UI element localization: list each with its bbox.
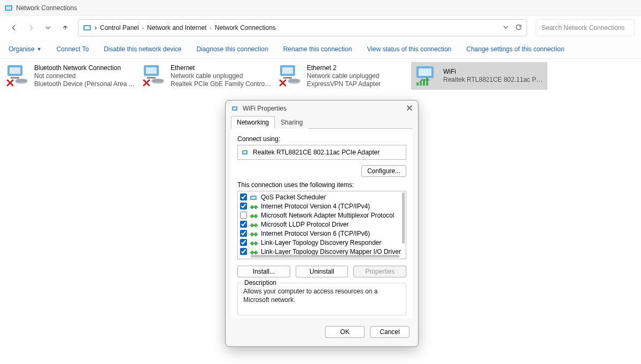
breadcrumb[interactable]: Control Panel › Network and Internet › N… xyxy=(100,24,276,32)
svg-rect-43 xyxy=(255,233,257,236)
tab-sharing[interactable]: Sharing xyxy=(275,116,308,129)
list-item[interactable]: Internet Protocol Version 6 (TCP/IPv6) xyxy=(240,229,404,238)
svg-rect-27 xyxy=(233,107,236,110)
chevron-right-icon: › xyxy=(141,25,145,31)
svg-rect-39 xyxy=(251,223,253,227)
chevron-right-icon: › xyxy=(95,24,97,32)
list-item[interactable]: Microsoft Network Adapter Multiplexor Pr… xyxy=(240,211,404,220)
chevron-down-icon[interactable] xyxy=(502,24,509,33)
item-checkbox[interactable] xyxy=(240,248,247,255)
svg-rect-23 xyxy=(420,81,422,86)
connection-item[interactable]: Ethernet 2Network cable unpluggedExpress… xyxy=(275,62,411,90)
forward-button[interactable] xyxy=(24,20,38,35)
connection-name: Bluetooth Network Connection xyxy=(34,64,134,72)
list-item[interactable]: Microsoft LLDP Protocol Driver xyxy=(240,220,404,229)
svg-rect-46 xyxy=(255,242,257,245)
list-item[interactable]: Link-Layer Topology Discovery Responder xyxy=(240,238,404,247)
svg-rect-13 xyxy=(152,79,163,82)
connection-device: Realtek RTL8821CE 802.11ac PCIe ... xyxy=(443,76,544,84)
diagnose-button[interactable]: Diagnose this connection xyxy=(197,45,268,53)
protocol-icon xyxy=(250,204,258,209)
uninstall-button[interactable]: Uninstall xyxy=(296,266,349,277)
svg-rect-11 xyxy=(147,77,156,79)
connection-name: Ethernet 2 xyxy=(307,64,381,72)
dialog-tabs: Networking Sharing xyxy=(226,115,418,128)
svg-rect-1 xyxy=(6,6,11,10)
svg-rect-6 xyxy=(11,77,19,79)
view-status-button[interactable]: View status of this connection xyxy=(367,45,451,53)
adapter-icon xyxy=(231,104,240,113)
breadcrumb-item[interactable]: Network and Internet xyxy=(147,24,206,32)
svg-rect-49 xyxy=(255,251,257,254)
item-checkbox[interactable] xyxy=(240,193,247,200)
svg-rect-37 xyxy=(255,214,257,218)
organise-menu[interactable]: Organise▼ xyxy=(9,45,42,53)
back-button[interactable] xyxy=(6,20,21,35)
item-label: Microsoft Network Adapter Multiplexor Pr… xyxy=(261,212,394,219)
connection-name: Ethernet xyxy=(171,64,272,72)
connection-device: Realtek PCIe GbE Family Controller xyxy=(171,80,272,88)
protocol-icon xyxy=(250,231,258,236)
items-listbox[interactable]: QoS Packet SchedulerInternet Protocol Ve… xyxy=(237,191,406,259)
scrollbar-horizontal[interactable] xyxy=(251,255,399,258)
connection-item[interactable]: EthernetNetwork cable unpluggedRealtek P… xyxy=(138,62,275,90)
item-checkbox[interactable] xyxy=(240,212,247,219)
cancel-button[interactable]: Cancel xyxy=(370,326,410,338)
svg-rect-16 xyxy=(283,77,292,79)
item-checkbox[interactable] xyxy=(240,221,247,228)
refresh-icon[interactable] xyxy=(515,24,522,33)
connect-using-label: Connect using: xyxy=(237,135,406,143)
change-settings-button[interactable]: Change settings of this connection xyxy=(466,45,564,53)
svg-rect-10 xyxy=(146,67,157,74)
items-label: This connection uses the following items… xyxy=(237,181,406,189)
chevron-right-icon: › xyxy=(208,25,212,31)
connection-icon xyxy=(278,64,303,88)
window-titlebar: Network Connections xyxy=(0,0,641,16)
item-label: Link-Layer Topology Discovery Mapper I/O… xyxy=(261,248,401,255)
item-label: QoS Packet Scheduler xyxy=(261,193,326,201)
item-label: Internet Protocol Version 4 (TCP/IPv4) xyxy=(261,203,370,210)
connection-device: Bluetooth Device (Personal Area ... xyxy=(34,80,134,88)
recent-dropdown[interactable] xyxy=(41,20,56,35)
disable-button[interactable]: Disable this network device xyxy=(104,45,181,53)
item-checkbox[interactable] xyxy=(240,203,247,210)
protocol-icon xyxy=(250,213,258,218)
item-label: Link-Layer Topology Discovery Responder xyxy=(261,239,381,246)
svg-rect-15 xyxy=(282,67,293,74)
rename-button[interactable]: Rename this connection xyxy=(283,45,352,53)
svg-rect-45 xyxy=(251,242,253,245)
scrollbar-vertical[interactable] xyxy=(402,192,405,244)
ok-button[interactable]: OK xyxy=(325,326,365,338)
search-input[interactable]: Search Network Connections xyxy=(536,19,635,36)
connect-to-button[interactable]: Connect To xyxy=(57,45,89,53)
up-button[interactable] xyxy=(58,20,73,35)
navigation-bar: › Control Panel › Network and Internet ›… xyxy=(0,16,641,40)
item-checkbox[interactable] xyxy=(240,230,247,237)
connections-list: Bluetooth Network ConnectionNot connecte… xyxy=(0,59,641,93)
protocol-icon xyxy=(250,222,258,227)
item-checkbox[interactable] xyxy=(240,239,247,246)
breadcrumb-item[interactable]: Network Connections xyxy=(215,24,276,32)
list-item[interactable]: Internet Protocol Version 4 (TCP/IPv4) xyxy=(240,202,404,211)
breadcrumb-item[interactable]: Control Panel xyxy=(100,24,139,32)
connection-item[interactable]: Bluetooth Network ConnectionNot connecte… xyxy=(2,62,138,90)
adapter-field[interactable]: Realtek RTL8821CE 802.11ac PCIe Adapter xyxy=(237,145,406,160)
dialog-titlebar[interactable]: WiFi Properties xyxy=(226,100,418,117)
configure-button[interactable]: Configure... xyxy=(361,165,406,177)
svg-rect-25 xyxy=(426,78,428,86)
svg-rect-36 xyxy=(251,214,253,218)
list-item[interactable]: QoS Packet Scheduler xyxy=(240,192,404,202)
connection-status: Network cable unplugged xyxy=(171,72,272,80)
caret-down-icon: ▼ xyxy=(37,47,42,52)
protocol-icon xyxy=(250,240,258,245)
connection-item[interactable]: WiFiRealtek RTL8821CE 802.11ac PCIe ... xyxy=(411,62,547,90)
description-text: Allows your computer to access resources… xyxy=(243,288,400,304)
svg-rect-8 xyxy=(16,79,27,82)
close-button[interactable] xyxy=(406,105,413,113)
address-bar[interactable]: › Control Panel › Network and Internet ›… xyxy=(78,19,527,36)
svg-rect-29 xyxy=(243,151,246,153)
tab-networking[interactable]: Networking xyxy=(231,116,275,129)
install-button[interactable]: Install... xyxy=(237,266,290,277)
description-group: Description Allows your computer to acce… xyxy=(237,283,406,315)
connection-icon xyxy=(5,64,30,88)
